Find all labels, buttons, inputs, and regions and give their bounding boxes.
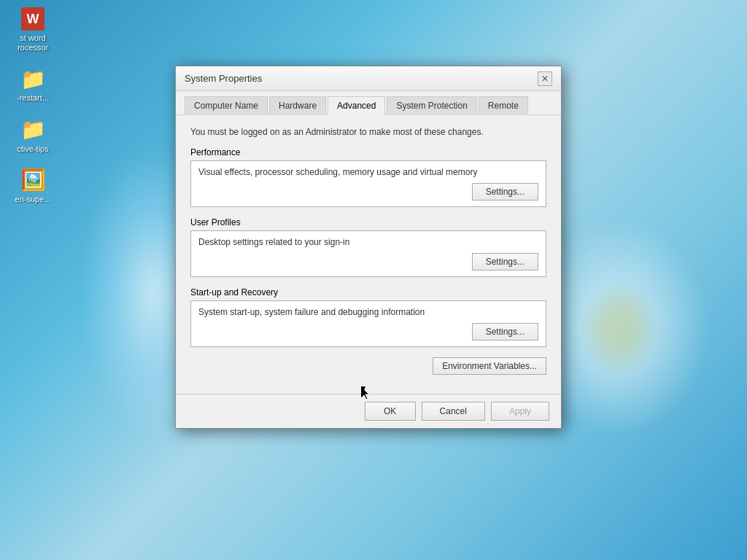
performance-description: Visual effects, processor scheduling, me… [198, 167, 538, 177]
tab-remote[interactable]: Remote [479, 96, 528, 115]
dialog-title: System Properties [185, 73, 262, 84]
startup-recovery-description: System start-up, system failure and debu… [198, 307, 538, 317]
env-vars-row: Environment Variables... [190, 357, 546, 375]
desktop-icons: W st wordrocessor 📁 -restart... 📁 ctive-… [7, 7, 58, 204]
user-profiles-settings-row: Settings... [198, 253, 538, 271]
dialog-footer: OK Cancel Apply [176, 394, 561, 428]
title-bar: System Properties ✕ [176, 66, 561, 91]
performance-section-label: Performance [190, 147, 546, 158]
desktop-icon-label-supe: en-supe... [15, 195, 51, 204]
cancel-button[interactable]: Cancel [422, 402, 485, 421]
tab-hardware[interactable]: Hardware [269, 96, 326, 115]
desktop-icon-en-supe[interactable]: 🖼️ en-supe... [7, 168, 58, 204]
close-button[interactable]: ✕ [538, 71, 552, 86]
tab-advanced[interactable]: Advanced [328, 96, 385, 115]
environment-variables-button[interactable]: Environment Variables... [433, 357, 546, 375]
startup-recovery-section-box: System start-up, system failure and debu… [190, 300, 546, 347]
user-profiles-settings-button[interactable]: Settings... [472, 253, 538, 271]
desktop-icon-active-tips[interactable]: 📁 ctive-tips [7, 118, 58, 154]
system-properties-dialog: System Properties ✕ Computer Name Hardwa… [175, 66, 562, 429]
startup-recovery-section-label: Start-up and Recovery [190, 287, 546, 298]
startup-recovery-settings-row: Settings... [198, 323, 538, 341]
user-profiles-section-label: User Profiles [190, 217, 546, 228]
startup-recovery-settings-button[interactable]: Settings... [472, 323, 538, 341]
desktop-icon-word-processor[interactable]: W st wordrocessor [7, 7, 58, 52]
admin-notice: You must be logged on as an Administrato… [190, 127, 546, 137]
apply-button[interactable]: Apply [491, 402, 549, 421]
tab-computer-name[interactable]: Computer Name [185, 96, 268, 115]
desktop-icon-label-tips: ctive-tips [17, 144, 48, 154]
performance-settings-row: Settings... [198, 183, 538, 201]
desktop-icon-label-restart: -restart... [17, 93, 49, 103]
desktop-icon-folder[interactable]: 📁 -restart... [7, 67, 58, 103]
tab-system-protection[interactable]: System Protection [387, 96, 476, 115]
user-profiles-description: Desktop settings related to your sign-in [198, 237, 538, 247]
ok-button[interactable]: OK [365, 402, 416, 421]
performance-section-box: Visual effects, processor scheduling, me… [190, 160, 546, 207]
tabs-bar: Computer Name Hardware Advanced System P… [176, 91, 561, 115]
user-profiles-section-box: Desktop settings related to your sign-in… [190, 230, 546, 277]
performance-settings-button[interactable]: Settings... [472, 183, 538, 201]
desktop-icon-label-word: st wordrocessor [18, 34, 48, 52]
dialog-content: You must be logged on as an Administrato… [176, 115, 561, 394]
